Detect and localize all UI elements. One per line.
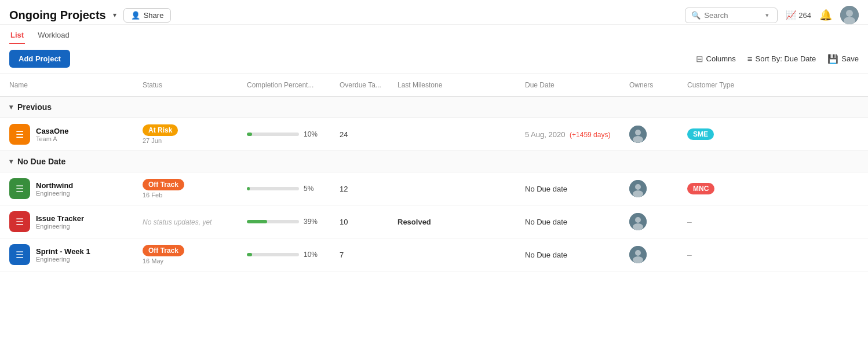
overdue-count: 7 xyxy=(340,251,397,259)
status-cell: Off Track 16 Feb xyxy=(143,179,247,198)
share-icon: 👤 xyxy=(131,11,140,20)
progress-bar-fill xyxy=(247,220,267,223)
col-customer-type: Customer Type xyxy=(687,79,780,91)
project-info: Issue Tracker Engineering xyxy=(36,214,84,230)
col-name: Name xyxy=(9,79,143,91)
project-icon: ☰ xyxy=(9,244,30,265)
customer-type-cell: – xyxy=(687,217,780,226)
trending-icon: 📈 xyxy=(786,10,797,20)
chevron-down-icon[interactable]: ▾ xyxy=(9,103,13,111)
share-button[interactable]: 👤 Share xyxy=(123,8,172,23)
status-cell: Off Track 16 May xyxy=(143,245,247,264)
customer-type-cell: MNC xyxy=(687,183,780,194)
avatar[interactable] xyxy=(840,6,859,24)
progress-cell: 39% xyxy=(247,218,340,226)
progress-cell: 10% xyxy=(247,130,340,138)
status-badge: Off Track xyxy=(143,245,184,256)
owner-avatar xyxy=(629,246,647,263)
owner-cell xyxy=(629,213,687,230)
project-icon: ☰ xyxy=(9,211,30,232)
save-icon: 💾 xyxy=(827,54,838,64)
progress-bar-bg xyxy=(247,253,299,256)
table-row: ☰ Sprint - Week 1 Engineering Off Track … xyxy=(0,238,868,271)
due-date: No Due date xyxy=(525,251,629,259)
progress-bar-bg xyxy=(247,133,299,136)
status-date: 16 May xyxy=(143,258,247,264)
customer-type-cell: SME xyxy=(687,128,780,140)
add-project-button[interactable]: Add Project xyxy=(9,50,70,68)
project-name[interactable]: CasaOne xyxy=(36,127,68,135)
status-date: 16 Feb xyxy=(143,192,247,198)
tabs: List Workload xyxy=(0,26,868,44)
top-bar-right: 🔍 ▾ 📈 264 🔔 xyxy=(685,6,859,24)
due-date: No Due date xyxy=(525,218,629,226)
project-name[interactable]: Northwind xyxy=(36,181,73,190)
project-icon: ☰ xyxy=(9,178,30,199)
project-name-cell: ☰ Issue Tracker Engineering xyxy=(9,211,143,232)
project-info: Northwind Engineering xyxy=(36,181,73,197)
project-info: Sprint - Week 1 Engineering xyxy=(36,247,90,263)
due-date: 5 Aug, 2020 (+1459 days) xyxy=(525,130,629,139)
col-overdue: Overdue Ta... xyxy=(340,79,397,91)
search-box[interactable]: 🔍 ▾ xyxy=(685,8,778,23)
svg-point-8 xyxy=(633,190,643,197)
customer-type-cell: – xyxy=(687,250,780,259)
notification-bell-icon[interactable]: 🔔 xyxy=(819,9,832,21)
search-dropdown-icon[interactable]: ▾ xyxy=(765,12,769,19)
customer-type-dash: – xyxy=(687,217,692,226)
overdue-count: 12 xyxy=(340,185,397,193)
col-status: Status xyxy=(143,79,247,91)
progress-bar-bg xyxy=(247,220,299,223)
owner-avatar xyxy=(629,126,647,143)
svg-point-14 xyxy=(633,256,643,263)
customer-type-dash: – xyxy=(687,250,692,259)
col-completion: Completion Percent... xyxy=(247,79,340,91)
columns-button[interactable]: ⊟ Columns xyxy=(696,54,736,64)
overdue-count: 10 xyxy=(340,218,397,226)
project-team: Engineering xyxy=(36,223,84,230)
col-owners: Owners xyxy=(629,79,687,91)
project-name-cell: ☰ Northwind Engineering xyxy=(9,178,143,199)
toolbar: Add Project ⊟ Columns ≡ Sort By: Due Dat… xyxy=(0,44,868,74)
svg-point-10 xyxy=(635,217,641,223)
progress-bar-fill xyxy=(247,187,250,190)
group-previous: ▾ Previous xyxy=(0,97,868,118)
save-button[interactable]: 💾 Save xyxy=(827,54,859,64)
status-cell: At Risk 27 Jun xyxy=(143,124,247,144)
tab-list[interactable]: List xyxy=(9,26,25,44)
progress-cell: 5% xyxy=(247,185,340,193)
project-team: Engineering xyxy=(36,190,73,197)
owner-cell xyxy=(629,180,687,197)
owner-avatar xyxy=(629,180,647,197)
project-name[interactable]: Sprint - Week 1 xyxy=(36,247,90,256)
progress-pct: 10% xyxy=(304,251,318,259)
project-name[interactable]: Issue Tracker xyxy=(36,214,84,223)
customer-type-badge: MNC xyxy=(687,183,714,194)
trending-count: 📈 264 xyxy=(786,10,811,20)
svg-point-11 xyxy=(633,223,643,230)
progress-bar-fill xyxy=(247,253,252,256)
project-icon: ☰ xyxy=(9,124,30,145)
svg-point-13 xyxy=(635,250,641,256)
title-dropdown-icon[interactable]: ▾ xyxy=(113,11,116,19)
search-input[interactable] xyxy=(704,11,762,20)
progress-pct: 39% xyxy=(304,218,318,226)
owner-cell xyxy=(629,126,687,143)
status-no-update: No status updates, yet xyxy=(143,218,211,226)
svg-point-1 xyxy=(846,10,853,17)
due-date: No Due date xyxy=(525,185,629,193)
progress-pct: 10% xyxy=(304,130,318,138)
svg-point-5 xyxy=(633,136,643,143)
overdue-count: 24 xyxy=(340,130,397,139)
customer-type-badge: SME xyxy=(687,128,714,140)
group-previous-label: Previous xyxy=(17,102,52,112)
col-due-date: Due Date xyxy=(525,79,629,91)
tab-workload[interactable]: Workload xyxy=(37,26,71,44)
svg-point-7 xyxy=(635,184,641,190)
owner-avatar xyxy=(629,213,647,230)
chevron-down-icon[interactable]: ▾ xyxy=(9,157,13,166)
columns-icon: ⊟ xyxy=(696,54,703,64)
owner-cell xyxy=(629,246,687,263)
sort-button[interactable]: ≡ Sort By: Due Date xyxy=(747,54,816,64)
status-badge: At Risk xyxy=(143,124,178,136)
